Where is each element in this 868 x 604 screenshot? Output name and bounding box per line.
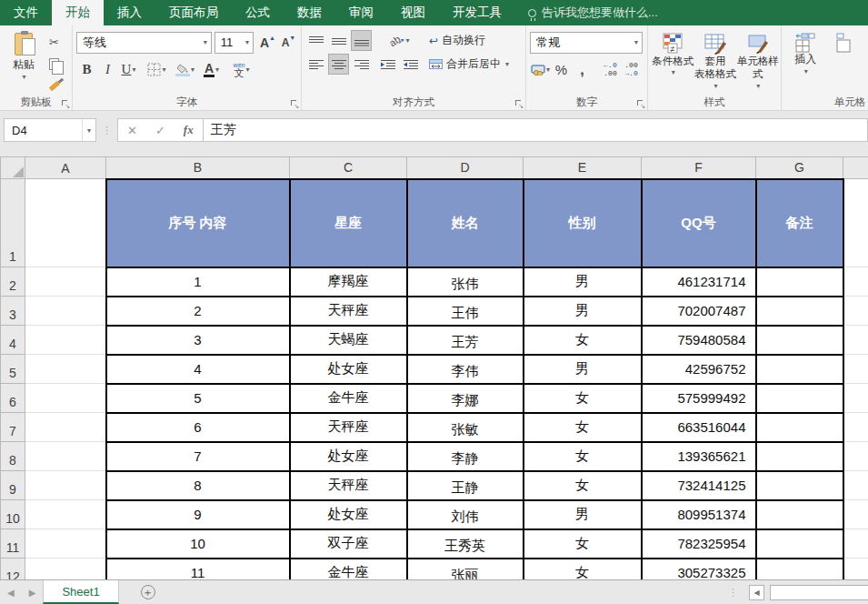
name-box[interactable]: D4 ▾ xyxy=(4,118,96,142)
cell-D4[interactable]: 王芳 xyxy=(407,326,524,355)
tab-insert[interactable]: 插入 xyxy=(104,0,155,25)
cell-F6[interactable]: 575999492 xyxy=(642,384,756,413)
cell-G4[interactable] xyxy=(756,326,843,355)
cell-C9[interactable]: 天秤座 xyxy=(290,471,407,500)
shrink-font-button[interactable]: A▼ xyxy=(278,32,299,53)
cell-A1[interactable] xyxy=(25,179,106,267)
cell-A5[interactable] xyxy=(25,355,106,384)
header-cell-C1[interactable]: 星座 xyxy=(290,179,407,267)
comma-style-button[interactable]: , xyxy=(572,59,593,80)
cell-B5[interactable]: 4 xyxy=(106,355,290,384)
cell-C7[interactable]: 天秤座 xyxy=(290,413,407,442)
cell-B7[interactable]: 6 xyxy=(106,413,290,442)
cell-A8[interactable] xyxy=(25,442,106,471)
cell-H11[interactable] xyxy=(843,529,868,559)
column-header-D[interactable]: D xyxy=(407,157,524,179)
conditional-formatting-button[interactable]: ≠ 条件格式 ▾ xyxy=(652,30,694,96)
align-left-button[interactable] xyxy=(305,54,326,75)
cell-E11[interactable]: 女 xyxy=(524,529,642,559)
hscroll-left-button[interactable]: ◀ xyxy=(749,585,764,600)
cell-E6[interactable]: 女 xyxy=(524,384,642,413)
row-header-7[interactable]: 7 xyxy=(1,413,25,442)
cell-A2[interactable] xyxy=(25,267,106,297)
formula-input[interactable]: 王芳 xyxy=(204,118,868,142)
align-center-button[interactable] xyxy=(328,54,349,75)
cell-D11[interactable]: 王秀英 xyxy=(407,529,524,559)
cell-G10[interactable] xyxy=(756,500,843,529)
cell-B4[interactable]: 3 xyxy=(106,326,290,355)
format-as-table-button[interactable]: 套用 表格格式▾ xyxy=(694,30,737,96)
cell-F8[interactable]: 139365621 xyxy=(642,442,756,471)
cell-H7[interactable] xyxy=(843,413,868,442)
align-right-button[interactable] xyxy=(351,54,372,75)
row-header-6[interactable]: 6 xyxy=(1,384,25,413)
sheet-tab-sheet1[interactable]: Sheet1 xyxy=(43,580,118,604)
hscroll-track[interactable] xyxy=(770,585,868,600)
cell-H12[interactable] xyxy=(843,559,868,580)
cell-A12[interactable] xyxy=(25,559,106,580)
enter-button[interactable]: ✓ xyxy=(146,124,175,137)
tell-me-box[interactable]: 告诉我您想要做什么... xyxy=(515,0,658,25)
cell-F3[interactable]: 702007487 xyxy=(642,297,756,326)
cell-G6[interactable] xyxy=(756,384,843,413)
cell-E7[interactable]: 女 xyxy=(524,413,642,442)
wrap-text-button[interactable]: ↩ 自动换行 xyxy=(426,30,512,51)
cell-E3[interactable]: 男 xyxy=(524,297,642,326)
row-header-12[interactable]: 12 xyxy=(1,559,25,580)
cell-C11[interactable]: 双子座 xyxy=(290,529,407,559)
font-size-combo[interactable]: 11 ▾ xyxy=(215,32,254,54)
row-header-9[interactable]: 9 xyxy=(1,471,25,500)
orientation-button[interactable]: ab↗▾ xyxy=(377,30,421,51)
fill-color-button[interactable]: ▾ xyxy=(175,59,195,80)
cell-E12[interactable]: 女 xyxy=(524,559,642,580)
font-name-combo[interactable]: 等线 ▾ xyxy=(76,32,212,54)
cell-C4[interactable]: 天蝎座 xyxy=(290,326,407,355)
column-header-F[interactable]: F xyxy=(642,157,756,179)
header-cell-F1[interactable]: QQ号 xyxy=(642,179,756,267)
tab-formulas[interactable]: 公式 xyxy=(232,0,284,25)
top-align-button[interactable] xyxy=(305,30,326,51)
cell-D7[interactable]: 张敏 xyxy=(407,413,524,442)
cell-C3[interactable]: 天秤座 xyxy=(290,297,407,326)
decrease-decimal-button[interactable]: .00→.0 xyxy=(621,59,642,80)
phonetic-guide-button[interactable]: wén 文 ▾ xyxy=(231,59,252,80)
cell-C5[interactable]: 处女座 xyxy=(290,355,407,384)
bold-button[interactable]: B xyxy=(76,59,97,80)
row-header-4[interactable]: 4 xyxy=(1,326,25,355)
cell-F4[interactable]: 759480584 xyxy=(642,326,756,355)
cell-D10[interactable]: 刘伟 xyxy=(407,500,524,529)
cell-D12[interactable]: 张丽 xyxy=(407,559,524,580)
borders-button[interactable]: ▾ xyxy=(146,59,167,80)
select-all-corner[interactable] xyxy=(1,157,25,179)
cell-G2[interactable] xyxy=(756,267,843,297)
cell-D2[interactable]: 张伟 xyxy=(407,267,524,297)
cell-H8[interactable] xyxy=(843,442,868,471)
middle-align-button[interactable] xyxy=(328,30,349,51)
font-color-button[interactable]: A ▾ xyxy=(201,59,222,80)
cell-styles-button[interactable]: 单元格样式 ▾ xyxy=(736,30,779,96)
tab-page-layout[interactable]: 页面布局 xyxy=(155,0,232,25)
cell-B6[interactable]: 5 xyxy=(106,384,290,413)
cell-F2[interactable]: 461231714 xyxy=(642,267,756,297)
column-header-C[interactable]: C xyxy=(290,157,407,179)
tab-review[interactable]: 审阅 xyxy=(335,0,387,25)
cell-A6[interactable] xyxy=(25,384,106,413)
cell-H5[interactable] xyxy=(843,355,868,384)
cell-G7[interactable] xyxy=(756,413,843,442)
cell-D3[interactable]: 王伟 xyxy=(407,297,524,326)
tab-file[interactable]: 文件 xyxy=(0,0,52,25)
cell-B10[interactable]: 9 xyxy=(106,500,290,529)
row-header-5[interactable]: 5 xyxy=(1,355,25,384)
paste-button[interactable]: 粘贴 ▾ xyxy=(4,30,44,96)
header-cell-D1[interactable]: 姓名 xyxy=(407,179,524,267)
number-dialog-launcher-icon[interactable] xyxy=(636,99,645,108)
row-header-3[interactable]: 3 xyxy=(1,297,25,326)
new-sheet-button[interactable]: ＋ xyxy=(141,585,155,599)
cell-D9[interactable]: 王静 xyxy=(407,471,524,500)
cell-C10[interactable]: 处女座 xyxy=(290,500,407,529)
percent-style-button[interactable]: % xyxy=(551,59,572,80)
clipboard-dialog-launcher-icon[interactable] xyxy=(61,99,70,108)
row-header-8[interactable]: 8 xyxy=(1,442,25,471)
column-header-G[interactable]: G xyxy=(756,157,843,179)
row-header-2[interactable]: 2 xyxy=(1,267,25,297)
